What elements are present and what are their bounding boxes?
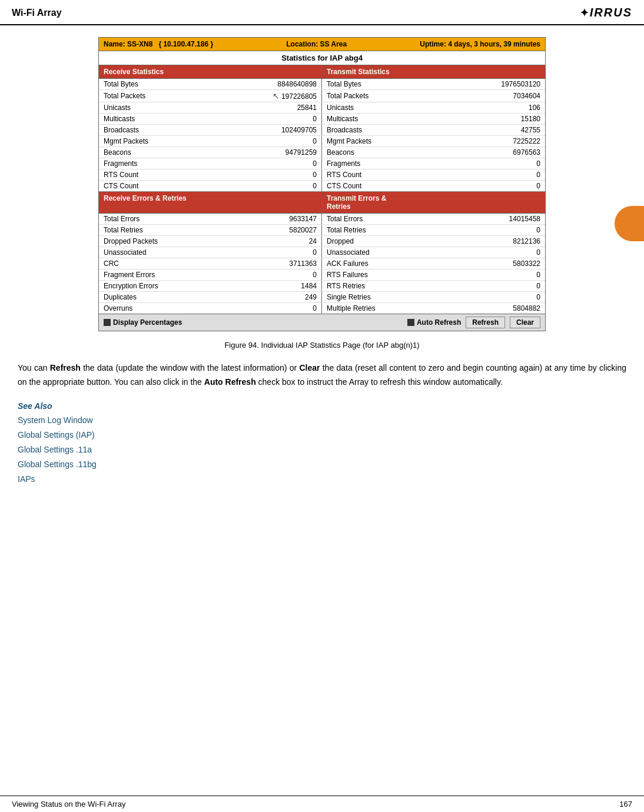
list-item[interactable]: Global Settings .11bg (18, 457, 626, 472)
footer-left-text: Viewing Status on the Wi-Fi Array (12, 800, 125, 808)
transmit-errors-header: Transmit Errors &Retries (322, 192, 545, 213)
table-row: Total Retries 5820027 Total Retries 0 (99, 225, 545, 236)
logo-text: IRRUS (590, 6, 632, 19)
auto-refresh-checkbox[interactable]: Auto Refresh (407, 318, 461, 327)
refresh-button[interactable]: Refresh (466, 317, 505, 328)
clear-button[interactable]: Clear (510, 317, 540, 328)
list-item[interactable]: System Log Window (18, 413, 626, 428)
table-row: Fragments 0 Fragments 0 (99, 158, 545, 169)
see-also-title: See Also (18, 401, 626, 411)
display-percentages-label: Display Percentages (113, 318, 182, 327)
table-row: Fragment Errors 0 RTS Failures 0 (99, 269, 545, 281)
checkbox-icon (104, 319, 111, 326)
table-row: Total Bytes 8848640898 Total Bytes 19765… (99, 79, 545, 90)
table-row: Unassociated 0 Unassociated 0 (99, 247, 545, 258)
see-also-section: See Also System Log Window Global Settin… (18, 401, 626, 487)
receive-errors-header: Receive Errors & Retries (99, 192, 322, 213)
logo-star-icon: ✦ (580, 6, 589, 19)
table-row: Mgmt Packets 0 Mgmt Packets 7225222 (99, 136, 545, 147)
figure-caption: Figure 94. Individual IAP Statistics Pag… (18, 341, 626, 350)
table-row: RTS Count 0 RTS Count 0 (99, 169, 545, 181)
see-also-link-global-iap[interactable]: Global Settings (IAP) (18, 430, 95, 440)
table-row: Duplicates 249 Single Retries 0 (99, 292, 545, 303)
table-row: Dropped Packets 24 Dropped 8212136 (99, 236, 545, 247)
device-name: Name: SS-XN8 { 10.100.47.186 } (104, 40, 213, 48)
footer-page-number: 167 (619, 800, 632, 808)
see-also-link-global-11bg[interactable]: Global Settings .11bg (18, 460, 97, 469)
table-row: Broadcasts 102409705 Broadcasts 42755 (99, 125, 545, 136)
table-footer: Display Percentages Auto Refresh Refresh… (99, 314, 545, 331)
body-text: You can Refresh the data (update the win… (18, 361, 626, 390)
table-row: Unicasts 25841 Unicasts 106 (99, 102, 545, 114)
transmit-total-bytes: Total Bytes 1976503120 (322, 79, 545, 89)
device-info-bar: Name: SS-XN8 { 10.100.47.186 } Location:… (99, 38, 545, 51)
cursor-icon: ↖ (273, 91, 280, 101)
list-item[interactable]: IAPs (18, 472, 626, 487)
errors-section-headers: Receive Errors & Retries Transmit Errors… (99, 191, 545, 214)
table-row: Multicasts 0 Multicasts 15180 (99, 114, 545, 125)
table-row: CTS Count 0 CTS Count 0 (99, 181, 545, 191)
error-data-rows: Total Errors 9633147 Total Errors 140154… (99, 214, 545, 314)
header-title: Wi-Fi Array (12, 8, 62, 18)
list-item[interactable]: Global Settings .11a (18, 442, 626, 457)
table-row: Total Errors 9633147 Total Errors 140154… (99, 214, 545, 225)
footer-left: Display Percentages (104, 318, 182, 327)
table-row: CRC 3711363 ACK Failures 5803322 (99, 258, 545, 269)
receive-total-bytes: Total Bytes 8848640898 (99, 79, 322, 89)
stats-title: Statistics for IAP abg4 (99, 51, 545, 65)
checkbox-icon (407, 319, 414, 326)
receive-header: Receive Statistics (99, 65, 322, 78)
device-uptime: Uptime: 4 days, 3 hours, 39 minutes (420, 40, 540, 48)
stats-data-rows: Total Bytes 8848640898 Total Bytes 19765… (99, 79, 545, 191)
column-headers: Receive Statistics Transmit Statistics (99, 65, 545, 79)
page-header: Wi-Fi Array ✦ IRRUS (0, 0, 644, 25)
see-also-link-global-11a[interactable]: Global Settings .11a (18, 445, 92, 454)
transmit-total-packets: Total Packets 7034604 (322, 90, 545, 102)
display-percentages-checkbox[interactable]: Display Percentages (104, 318, 182, 327)
list-item[interactable]: Global Settings (IAP) (18, 428, 626, 442)
main-content: Name: SS-XN8 { 10.100.47.186 } Location:… (0, 25, 644, 499)
statistics-table: Name: SS-XN8 { 10.100.47.186 } Location:… (98, 37, 546, 331)
footer-right: Auto Refresh Refresh Clear (407, 317, 540, 328)
see-also-links: System Log Window Global Settings (IAP) … (18, 413, 626, 487)
table-row: Beacons 94791259 Beacons 6976563 (99, 147, 545, 158)
table-row: Total Packets ↖ 197226805 Total Packets … (99, 90, 545, 102)
table-row: Encryption Errors 1484 RTS Retries 0 (99, 281, 545, 292)
logo-container: ✦ IRRUS (580, 6, 632, 19)
see-also-link-iaps[interactable]: IAPs (18, 474, 35, 484)
see-also-link-system-log[interactable]: System Log Window (18, 415, 93, 425)
auto-refresh-label: Auto Refresh (417, 318, 461, 327)
table-row: Overruns 0 Multiple Retries 5804882 (99, 303, 545, 314)
device-location: Location: SS Area (286, 40, 347, 48)
transmit-header: Transmit Statistics (322, 65, 545, 78)
page-footer: Viewing Status on the Wi-Fi Array 167 (0, 796, 644, 812)
receive-total-packets: Total Packets ↖ 197226805 (99, 90, 322, 102)
